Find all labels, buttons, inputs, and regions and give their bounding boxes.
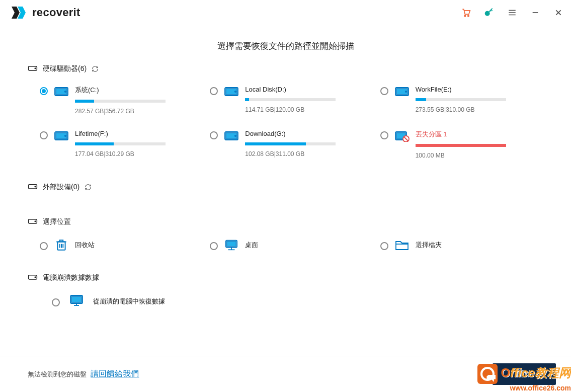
location-item[interactable]: 桌面 [210, 239, 368, 252]
app-window: recoverit 選擇需要恢復文件的路徑並開始掃描 [0, 0, 571, 392]
hdd-icon [394, 130, 410, 142]
svg-point-1 [468, 15, 469, 16]
location-section-icon [28, 217, 38, 226]
drives-header: 硬碟驅動器(6) [28, 64, 543, 73]
drive-item[interactable]: Lifetime(F:)177.04 GB|310.29 GB [40, 130, 198, 159]
svg-point-31 [35, 186, 36, 187]
svg-point-22 [65, 135, 66, 136]
location-label: 選擇檔夾 [416, 241, 442, 250]
crash-item[interactable]: 從崩潰的電腦中恢復數據 [52, 294, 538, 308]
trash-icon [54, 239, 69, 252]
usage-bar [416, 144, 506, 147]
drive-item[interactable]: WorkFile(E:)273.55 GB|310.00 GB [380, 86, 538, 115]
location-item[interactable]: 選擇檔夾 [380, 239, 538, 252]
hdd-icon [224, 130, 239, 142]
crash-section: 電腦崩潰數據數據 從崩潰的電腦中恢復數據 [28, 273, 543, 308]
radio-button[interactable] [52, 298, 60, 306]
drive-size: 102.08 GB|311.00 GB [245, 150, 368, 158]
external-section-icon [28, 182, 38, 192]
close-button[interactable] [553, 7, 564, 18]
drive-name: Download(G:) [245, 130, 368, 137]
svg-point-25 [235, 135, 236, 136]
svg-point-16 [235, 91, 236, 92]
location-label: 桌面 [245, 241, 258, 250]
svg-rect-36 [227, 242, 236, 247]
svg-point-33 [35, 221, 36, 222]
hdd-icon [224, 86, 239, 98]
refresh-icon[interactable] [92, 65, 99, 72]
crash-header: 電腦崩潰數據數據 [28, 273, 543, 282]
usage-bar [245, 98, 336, 101]
drive-item[interactable]: 丟失分區 1100.00 MB [380, 130, 538, 159]
radio-button[interactable] [40, 87, 48, 95]
footer-text: 無法檢測到您的磁盤 [28, 370, 87, 378]
svg-point-2 [485, 12, 490, 16]
usage-bar [416, 98, 506, 101]
drive-name: 系统(C:) [75, 86, 198, 95]
radio-button[interactable] [380, 131, 388, 139]
usage-bar [75, 142, 166, 145]
svg-point-10 [35, 68, 36, 69]
drive-size: 273.55 GB|310.00 GB [416, 106, 538, 113]
location-item[interactable]: 回收站 [40, 239, 198, 252]
crash-label: 電腦崩潰數據數據 [43, 273, 99, 282]
crash-grid: 從崩潰的電腦中恢復數據 [28, 294, 543, 308]
hdd-icon [54, 130, 69, 142]
location-label: 回收站 [75, 241, 95, 250]
svg-point-40 [35, 277, 36, 278]
footer-message: 無法檢測到您的磁盤 請回饋給我們 [28, 369, 139, 379]
main-content: 選擇需要恢復文件的路徑並開始掃描 硬碟驅動器(6) 系统(C:)282.57 G… [0, 25, 571, 356]
external-label: 外部設備(0) [43, 183, 79, 192]
locations-label: 選擇位置 [43, 217, 71, 226]
usage-bar [75, 100, 166, 103]
drive-name: WorkFile(E:) [416, 86, 538, 93]
radio-button[interactable] [40, 131, 48, 139]
svg-rect-42 [71, 296, 81, 302]
titlebar-controls [460, 7, 564, 18]
locations-grid: 回收站桌面選擇檔夾 [28, 239, 543, 252]
radio-button[interactable] [40, 242, 48, 250]
crash-section-icon [28, 273, 38, 282]
drive-item[interactable]: 系统(C:)282.57 GB|356.72 GB [40, 86, 198, 115]
external-section: 外部設備(0) [28, 182, 543, 213]
app-name: recoverit [32, 6, 80, 19]
drive-size: 114.71 GB|120.00 GB [245, 106, 368, 113]
drive-size: 100.00 MB [416, 152, 538, 159]
radio-button[interactable] [380, 87, 388, 95]
drives-grid: 系统(C:)282.57 GB|356.72 GBLocal Disk(D:)1… [28, 86, 543, 159]
drive-section-icon [28, 64, 38, 73]
drive-name: Local Disk(D:) [245, 86, 368, 93]
hdd-icon [394, 86, 410, 98]
start-button[interactable]: 開始 [493, 363, 556, 385]
external-header: 外部設備(0) [28, 182, 543, 192]
drives-label: 硬碟驅動器(6) [43, 64, 87, 73]
radio-button[interactable] [210, 242, 218, 250]
logo-icon [11, 6, 28, 19]
titlebar: recoverit [0, 0, 571, 25]
radio-button[interactable] [210, 131, 218, 139]
cart-icon[interactable] [460, 7, 471, 18]
page-title: 選擇需要恢復文件的路徑並開始掃描 [28, 40, 543, 52]
drive-size: 282.57 GB|356.72 GB [75, 108, 198, 115]
drive-item[interactable]: Local Disk(D:)114.71 GB|120.00 GB [210, 86, 368, 115]
minimize-button[interactable] [530, 7, 541, 18]
drive-name: Lifetime(F:) [75, 130, 198, 137]
locations-section: 選擇位置 回收站桌面選擇檔夾 [28, 217, 543, 269]
computer-icon [69, 294, 84, 308]
drive-item[interactable]: Download(G:)102.08 GB|311.00 GB [210, 130, 368, 159]
folder-icon [394, 240, 410, 251]
menu-icon[interactable] [507, 7, 518, 18]
usage-bar [245, 142, 336, 145]
radio-button[interactable] [210, 87, 218, 95]
footer: 無法檢測到您的磁盤 請回饋給我們 開始 Office教程网 www.office… [0, 356, 571, 392]
svg-point-19 [405, 91, 406, 92]
refresh-icon[interactable] [85, 184, 92, 191]
desktop-icon [224, 239, 239, 251]
drives-section: 硬碟驅動器(6) 系统(C:)282.57 GB|356.72 GBLocal … [28, 64, 543, 178]
feedback-link[interactable]: 請回饋給我們 [91, 369, 139, 378]
crash-item-label: 從崩潰的電腦中恢復數據 [93, 297, 165, 306]
locations-header: 選擇位置 [28, 217, 543, 226]
radio-button[interactable] [380, 242, 388, 250]
key-icon[interactable] [483, 7, 495, 18]
svg-point-13 [65, 91, 66, 92]
